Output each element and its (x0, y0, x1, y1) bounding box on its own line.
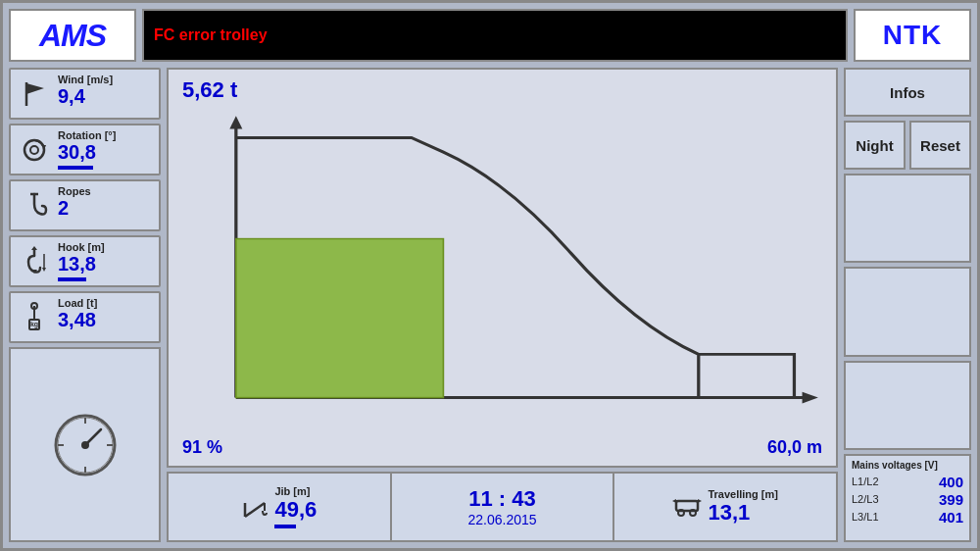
reset-button[interactable]: Reset (909, 121, 971, 170)
svg-text:kg: kg (30, 321, 38, 328)
load-icon: kg (17, 300, 52, 335)
ams-logo-box: AMS (9, 9, 136, 62)
hook-sensor: Hook [m] 13,8 (9, 235, 161, 287)
bottom-status-bar: Jib [m] 49,6 11 : 43 22.06.2015 (167, 472, 838, 542)
wind-value: 9,4 (58, 85, 113, 108)
chart-load-value: 5,62 t (182, 77, 237, 103)
mains-title: Mains voltages [V] (852, 460, 963, 471)
svg-marker-8 (31, 246, 37, 250)
svg-point-32 (678, 510, 684, 516)
mains-row-1: L1/L2 400 (852, 474, 963, 490)
mains-value-2: 399 (939, 491, 963, 508)
svg-marker-36 (698, 499, 702, 503)
hook-icon (17, 244, 52, 279)
wind-info: Wind [m/s] 9,4 (58, 74, 113, 114)
chart-area: 5,62 t 91 % (167, 68, 838, 468)
mains-row-3: L3/L1 401 (852, 509, 963, 526)
svg-point-22 (81, 441, 89, 449)
svg-rect-27 (236, 239, 444, 398)
wind-icon (17, 76, 52, 112)
night-button[interactable]: Night (844, 121, 906, 170)
load-sensor: kg Load [t] 3,48 (9, 291, 161, 343)
wind-label: Wind [m/s] (58, 74, 113, 85)
ropes-icon (17, 188, 52, 224)
jib-value: 49,6 (274, 497, 317, 523)
travelling-cell: Travelling [m] 13,1 (614, 474, 836, 540)
time-value: 11 : 43 (468, 486, 536, 512)
mains-label-2: L2/L3 (852, 493, 879, 505)
right-spacer-3 (844, 361, 971, 450)
ropes-value: 2 (58, 197, 91, 220)
ropes-label: Ropes (58, 185, 91, 197)
time-cell: 11 : 43 22.06.2015 (392, 474, 615, 540)
main-content: Wind [m/s] 9,4 Rotation [°] (3, 62, 977, 548)
left-panel: Wind [m/s] 9,4 Rotation [°] (9, 68, 161, 542)
right-panel: Infos Night Reset Mains voltages [V] L1/… (844, 68, 971, 542)
svg-line-28 (245, 503, 265, 517)
rotation-info: Rotation [°] 30,8 (58, 129, 116, 170)
hook-label: Hook [m] (58, 241, 105, 253)
rotation-sensor: Rotation [°] 30,8 (9, 124, 161, 175)
svg-marker-10 (42, 268, 46, 272)
svg-point-33 (690, 510, 696, 516)
infos-button[interactable]: Infos (844, 68, 971, 117)
ropes-sensor: Ropes 2 (9, 179, 161, 231)
rotation-value: 30,8 (58, 141, 116, 164)
date-value: 22.06.2015 (467, 512, 536, 527)
error-banner: FC error trolley (142, 9, 848, 62)
jib-icon (241, 493, 269, 521)
mains-value-1: 400 (939, 474, 963, 490)
chart-percent: 91 % (182, 437, 222, 458)
mains-value-3: 401 (939, 509, 963, 526)
gauge-panel (9, 347, 161, 542)
rotation-icon (17, 132, 52, 168)
ropes-info: Ropes 2 (58, 185, 91, 225)
chart-labels: 91 % 60,0 m (182, 437, 822, 458)
travelling-value: 13,1 (708, 500, 778, 526)
mains-row-2: L2/L3 399 (852, 491, 963, 508)
rotation-label: Rotation [°] (58, 129, 116, 141)
svg-marker-1 (26, 83, 44, 94)
wind-sensor: Wind [m/s] 9,4 (9, 68, 161, 120)
ntk-logo: NTK (883, 20, 943, 51)
error-text: FC error trolley (154, 26, 268, 44)
hook-info: Hook [m] 13,8 (58, 241, 105, 281)
chart-distance: 60,0 m (767, 437, 822, 458)
svg-marker-24 (229, 116, 242, 128)
ntk-logo-box: NTK (854, 9, 971, 62)
svg-marker-35 (672, 499, 676, 503)
svg-point-3 (30, 146, 38, 154)
mains-label-1: L1/L2 (852, 476, 879, 487)
right-spacer-1 (844, 174, 971, 263)
load-chart (188, 109, 826, 426)
night-reset-row: Night Reset (844, 121, 971, 170)
jib-label: Jib [m] (274, 485, 317, 497)
hook-value: 13,8 (58, 253, 105, 276)
load-label: Load [t] (58, 297, 97, 309)
jib-cell: Jib [m] 49,6 (169, 474, 392, 540)
mains-label-3: L3/L1 (852, 511, 879, 523)
ams-logo: AMS (39, 18, 106, 54)
top-bar: AMS FC error trolley NTK (3, 3, 977, 62)
travelling-icon (672, 493, 702, 521)
travelling-label: Travelling [m] (708, 488, 778, 500)
gauge-icon (46, 406, 124, 484)
load-value: 3,48 (58, 309, 97, 331)
right-spacer-2 (844, 267, 971, 356)
svg-marker-26 (803, 392, 818, 404)
mains-voltages-panel: Mains voltages [V] L1/L2 400 L2/L3 399 L… (844, 454, 971, 542)
load-info: Load [t] 3,48 (58, 297, 97, 337)
center-panel: 5,62 t 91 % (167, 68, 838, 542)
